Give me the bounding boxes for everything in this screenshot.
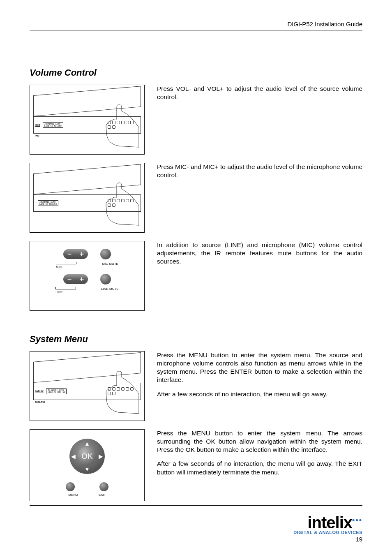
row-vol-mic: IN:HDMI1 AUTO LINE:50 MIC:50 Press MIC- … bbox=[30, 163, 362, 233]
figure-panel-mic: IN:HDMI1 AUTO LINE:50 MIC:50 bbox=[30, 163, 145, 233]
lcd-display: IN:HDMI1 AUTO LINE:50 MIC:50 bbox=[38, 200, 58, 206]
lcd-display: IN:HDMI1 AUTO LINE:50 MIC:50 bbox=[46, 388, 67, 394]
arrow-right-icon: ▶ bbox=[99, 453, 103, 460]
logo-dots-icon: ••• bbox=[352, 516, 362, 524]
line-vol-bar: − + bbox=[63, 274, 88, 284]
arrow-left-icon: ◀ bbox=[71, 453, 76, 460]
row-vol-remote: − + MIC MIC MUTE − + LINE LINE MUTE In a… bbox=[30, 241, 362, 311]
row-menu-panel: intelix IN:HDMI1 AUTO LINE:50 MIC:50 DIG… bbox=[30, 351, 362, 421]
mic-vol-bar: − + bbox=[63, 249, 88, 259]
brand-label: elix bbox=[35, 123, 40, 126]
menu-label: MENU bbox=[68, 493, 78, 497]
page-header: DIGI-P52 Installation Guide bbox=[30, 21, 362, 30]
page-number: 19 bbox=[293, 536, 362, 543]
exit-label: EXIT bbox=[99, 493, 106, 497]
exit-button bbox=[99, 482, 108, 491]
figure-panel-menu: intelix IN:HDMI1 AUTO LINE:50 MIC:50 DIG… bbox=[30, 351, 145, 421]
section-title-menu: System Menu bbox=[30, 334, 362, 345]
mic-mute-button bbox=[100, 249, 111, 259]
brand-logo: intelix••• bbox=[293, 515, 362, 530]
plus-icon: + bbox=[80, 250, 84, 259]
menu-button bbox=[66, 482, 75, 491]
dpad: OK ▲ ▼ ◀ ▶ bbox=[65, 434, 110, 479]
figure-remote-navpad: OK ▲ ▼ ◀ ▶ MENU EXIT bbox=[30, 429, 145, 501]
desc-vol-remote: In addition to source (LINE) and microph… bbox=[157, 241, 362, 271]
line-mute-button bbox=[100, 274, 111, 284]
footer-rule bbox=[30, 505, 362, 506]
lcd-display: IN:HDMI1 AUTO LINE:50 MIC:50 bbox=[43, 122, 63, 128]
figure-panel-vol: elix IN:HDMI1 AUTO LINE:50 MIC:50 P52 bbox=[30, 85, 145, 155]
desc-vol-mic: Press MIC- and MIC+ to adjust the audio … bbox=[157, 163, 362, 185]
row-vol-source: elix IN:HDMI1 AUTO LINE:50 MIC:50 P52 Pr… bbox=[30, 85, 362, 155]
row-menu-remote: OK ▲ ▼ ◀ ▶ MENU EXIT Press the MENU butt… bbox=[30, 429, 362, 501]
brand-label: intelix bbox=[35, 390, 44, 393]
minus-icon: − bbox=[67, 250, 72, 259]
section-title-volume: Volume Control bbox=[30, 67, 362, 78]
ok-button: OK bbox=[77, 446, 97, 466]
arrow-up-icon: ▲ bbox=[84, 440, 90, 447]
doc-title: DIGI-P52 Installation Guide bbox=[287, 21, 362, 28]
desc-vol-source: Press VOL- and VOL+ to adjust the audio … bbox=[157, 85, 362, 107]
hand-illustration bbox=[102, 103, 143, 148]
model-label: DIGI-P52 bbox=[35, 401, 45, 403]
desc-menu-remote: Press the MENU button to enter the syste… bbox=[157, 429, 362, 482]
minus-icon: − bbox=[67, 275, 72, 284]
desc-menu-panel: Press the MENU button to enter the syste… bbox=[157, 351, 362, 404]
plus-icon: + bbox=[80, 275, 84, 284]
figure-remote-volume: − + MIC MIC MUTE − + LINE LINE MUTE bbox=[30, 241, 145, 311]
footer: intelix••• DIGITAL & ANALOG DEVICES 19 bbox=[293, 515, 362, 543]
arrow-down-icon: ▼ bbox=[84, 466, 90, 472]
hand-illustration bbox=[102, 181, 143, 226]
hand-illustration bbox=[102, 369, 143, 414]
model-label: P52 bbox=[35, 134, 39, 137]
